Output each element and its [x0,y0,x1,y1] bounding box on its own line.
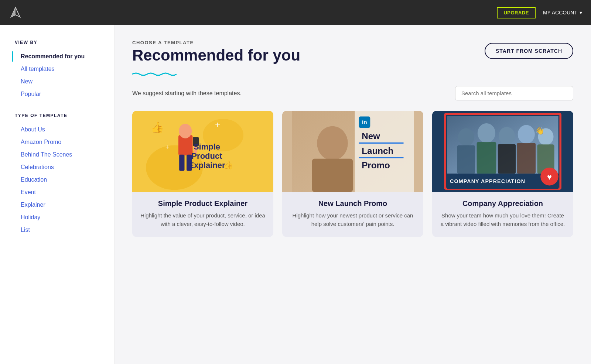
svg-text:👋: 👋 [535,126,544,135]
content-header: CHOOSE A TEMPLATE Recommended for you ST… [132,40,573,64]
svg-rect-39 [517,143,536,174]
type-nav: About Us Amazon Promo Behind The Scenes … [15,124,105,236]
type-title: TYPE OF TEMPLATE [15,113,105,118]
svg-rect-35 [477,142,496,174]
sidebar-link-education[interactable]: Education [15,174,105,185]
sidebar-link-new[interactable]: New [15,76,105,87]
subtitle-row: We suggest starting with these templates… [132,86,573,100]
sidebar-link-about-us[interactable]: About Us [15,124,105,135]
sidebar-link-amazon-promo[interactable]: Amazon Promo [15,137,105,148]
svg-text:+: + [215,120,220,130]
card-thumb-0: 👍 👍 + + Simple Product Explainer [132,111,273,192]
sidebar-item-amazon-promo[interactable]: Amazon Promo [15,137,105,148]
svg-text:COMPANY APPRECIATION: COMPANY APPRECIATION [450,178,525,184]
sidebar-item-behind-scenes[interactable]: Behind The Scenes [15,149,105,160]
start-from-scratch-button[interactable]: START FROM SCRATCH [485,43,573,59]
topnav: UPGRADE MY ACCOUNT ▾ [0,0,591,25]
card-title-0: Simple Product Explainer [132,199,273,208]
svg-rect-7 [179,155,184,171]
content-area: CHOOSE A TEMPLATE Recommended for you ST… [115,25,591,364]
page-title: Recommended for you [132,47,300,64]
svg-point-6 [179,124,192,138]
card-title-2: Company Appreciation [432,199,573,208]
card-thumb-2: 👋 COMPANY APPRECIATION ♥ [432,111,573,192]
sidebar-link-recommended[interactable]: Recommended for you [15,51,105,62]
wavy-decorative-line [132,71,177,77]
sidebar-item-holiday[interactable]: Holiday [15,212,105,223]
svg-rect-25 [359,142,404,144]
svg-text:in: in [362,119,367,125]
choose-label: CHOOSE A TEMPLATE [132,40,300,45]
svg-rect-27 [359,157,404,158]
template-card-2[interactable]: 👋 COMPANY APPRECIATION ♥ Company Appreci… [432,111,573,237]
sidebar-link-behind-scenes[interactable]: Behind The Scenes [15,149,105,160]
svg-text:♥: ♥ [547,172,552,182]
svg-point-34 [478,123,495,143]
card-title-1: New Launch Promo [282,199,423,208]
svg-point-38 [518,125,535,144]
svg-rect-37 [498,144,516,174]
title-block: CHOOSE A TEMPLATE Recommended for you [132,40,300,64]
view-by-nav: Recommended for you All templates New Po… [15,51,105,100]
svg-rect-33 [457,145,475,174]
subtitle-text: We suggest starting with these templates… [132,90,242,97]
card-desc-2: Show your team how much you love them! C… [432,212,573,228]
svg-text:Simple: Simple [194,142,220,151]
sidebar-item-explainer[interactable]: Explainer [15,199,105,210]
svg-point-32 [458,128,474,146]
sidebar-item-event[interactable]: Event [15,187,105,198]
cards-grid: 👍 👍 + + Simple Product Explainer Simple … [132,111,573,237]
sidebar-link-all-templates[interactable]: All templates [15,63,105,75]
svg-rect-20 [312,159,353,192]
svg-text:New: New [362,131,380,141]
sidebar-link-explainer[interactable]: Explainer [15,199,105,210]
svg-point-36 [499,127,515,145]
svg-text:👍: 👍 [151,121,164,134]
card-thumb-1: in New Launch Promo [282,111,423,192]
my-account-label: MY ACCOUNT [543,10,577,16]
svg-text:Explainer: Explainer [188,161,225,170]
sidebar-link-popular[interactable]: Popular [15,89,105,100]
upgrade-button[interactable]: UPGRADE [497,7,536,18]
sidebar-item-celebrations[interactable]: Celebrations [15,162,105,173]
chevron-down-icon: ▾ [580,10,582,16]
svg-text:Promo: Promo [362,160,390,170]
card-desc-0: Highlight the value of your product, ser… [132,212,273,228]
sidebar-item-all-templates[interactable]: All templates [15,63,105,75]
sidebar-item-new[interactable]: New [15,76,105,87]
template-card-1[interactable]: in New Launch Promo New Launch Promo Hig… [282,111,423,237]
template-card-0[interactable]: 👍 👍 + + Simple Product Explainer Simple … [132,111,273,237]
svg-text:Launch: Launch [362,146,393,156]
my-account-menu[interactable]: MY ACCOUNT ▾ [543,10,582,16]
card-desc-1: Highlight how your newest product or ser… [282,212,423,228]
topnav-right: UPGRADE MY ACCOUNT ▾ [497,7,582,18]
main-layout: VIEW BY Recommended for you All template… [0,25,591,364]
sidebar-link-holiday[interactable]: Holiday [15,212,105,223]
svg-text:+: + [165,144,169,151]
logo[interactable] [9,6,22,19]
sidebar-link-event[interactable]: Event [15,187,105,198]
sidebar-item-about-us[interactable]: About Us [15,124,105,135]
sidebar-item-list[interactable]: List [15,224,105,236]
sidebar-item-popular[interactable]: Popular [15,89,105,100]
svg-text:Product: Product [191,151,222,161]
sidebar-link-list[interactable]: List [15,224,105,236]
svg-point-19 [317,126,348,160]
sidebar-item-education[interactable]: Education [15,174,105,185]
sidebar: VIEW BY Recommended for you All template… [0,25,115,364]
search-input[interactable] [455,86,573,100]
sidebar-link-celebrations[interactable]: Celebrations [15,162,105,173]
view-by-title: VIEW BY [15,40,105,45]
sidebar-item-recommended[interactable]: Recommended for you [15,51,105,62]
